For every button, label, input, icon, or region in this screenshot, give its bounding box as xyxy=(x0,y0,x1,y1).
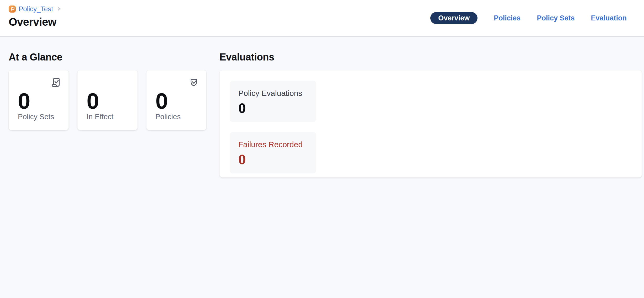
in-effect-count: 0 xyxy=(87,90,99,112)
policy-sets-card: 0 Policy Sets xyxy=(9,70,69,130)
policy-evaluations-stat: Policy Evaluations 0 xyxy=(230,81,316,122)
tab-policies[interactable]: Policies xyxy=(494,14,520,22)
policies-label: Policies xyxy=(155,112,181,121)
at-a-glance-heading: At a Glance xyxy=(9,51,206,63)
in-effect-card: 0 In Effect xyxy=(77,70,137,130)
failures-recorded-value: 0 xyxy=(238,153,308,167)
at-a-glance-section: At a Glance 0 Policy Sets 0 In Effect xyxy=(9,51,206,130)
policy-sets-label: Policy Sets xyxy=(18,112,54,121)
sentinel-flag-icon xyxy=(9,5,16,13)
tab-evaluation[interactable]: Evaluation xyxy=(591,14,627,22)
evaluations-heading: Evaluations xyxy=(219,51,642,63)
chevron-right-icon xyxy=(56,6,62,12)
policies-count: 0 xyxy=(155,90,168,112)
shield-check-icon xyxy=(188,76,200,88)
policy-evaluations-label: Policy Evaluations xyxy=(238,88,308,98)
glance-card-grid: 0 Policy Sets 0 In Effect 0 Policies xyxy=(9,70,206,130)
policy-sets-count: 0 xyxy=(18,90,30,112)
policy-evaluations-value: 0 xyxy=(238,101,308,115)
breadcrumb: Policy_Test xyxy=(9,5,62,13)
header-left: Policy_Test Overview xyxy=(9,5,62,28)
failures-recorded-stat: Failures Recorded 0 xyxy=(230,132,316,173)
top-nav: Overview Policies Policy Sets Evaluation xyxy=(430,12,627,24)
evaluations-card: Policy Evaluations 0 Failures Recorded 0 xyxy=(219,70,642,178)
page-header: Policy_Test Overview Overview Policies P… xyxy=(0,0,644,37)
tab-overview[interactable]: Overview xyxy=(430,12,477,24)
policies-card: 0 Policies xyxy=(146,70,206,130)
scroll-check-icon xyxy=(50,76,62,88)
failures-recorded-label: Failures Recorded xyxy=(238,140,308,150)
breadcrumb-workspace-link[interactable]: Policy_Test xyxy=(19,5,53,13)
main-content: At a Glance 0 Policy Sets 0 In Effect xyxy=(0,37,644,178)
page-title: Overview xyxy=(9,16,62,28)
tab-policy-sets[interactable]: Policy Sets xyxy=(537,14,575,22)
evaluations-section: Evaluations Policy Evaluations 0 Failure… xyxy=(219,51,642,178)
in-effect-label: In Effect xyxy=(87,112,113,121)
